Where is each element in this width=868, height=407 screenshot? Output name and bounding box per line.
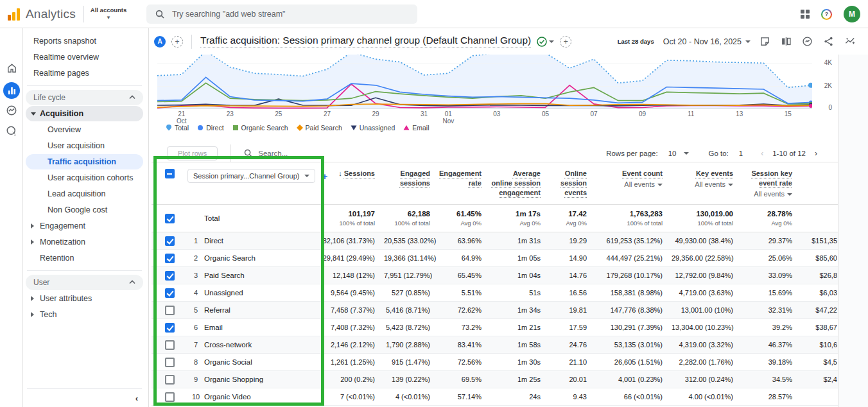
chevron-down-icon[interactable]	[684, 152, 689, 155]
row-checkbox-email[interactable]	[152, 323, 187, 333]
metric-cell: 619,253 (35.12%)	[596, 237, 672, 245]
sidebar-item-engagement[interactable]: Engagement	[26, 218, 143, 234]
column-subheader[interactable]: All events	[742, 189, 792, 199]
sidebar-item-life-cycle[interactable]: Life cycle	[26, 90, 143, 105]
caret-collapsed-icon[interactable]	[31, 239, 34, 245]
column-header-key-events[interactable]: Key eventsAll events	[672, 169, 742, 189]
row-checkbox-referral[interactable]	[152, 306, 187, 315]
table-row-organic-social[interactable]: 8Organic Social1,261 (1.25%)915 (1.47%)7…	[152, 354, 838, 371]
chevron-up-icon[interactable]	[129, 95, 135, 100]
row-checkbox-organic-search[interactable]	[152, 254, 187, 263]
explore-icon[interactable]	[0, 125, 23, 137]
add-comparison-icon[interactable]: +	[171, 36, 183, 48]
row-checkbox-cross-network[interactable]	[152, 340, 187, 350]
next-page-icon[interactable]: ›	[811, 149, 821, 158]
metric-cell: 12,148 (12%)	[322, 272, 384, 279]
legend-item-paid-search[interactable]: Paid Search	[297, 124, 342, 132]
note-icon[interactable]	[759, 36, 770, 47]
sidebar-item-traffic-acquisition[interactable]: Traffic acquisition	[26, 154, 143, 169]
table-search-input[interactable]: Search...	[244, 149, 288, 157]
row-checkbox-organic-shopping[interactable]	[152, 375, 187, 385]
sidebar-item-tech[interactable]: Tech	[26, 307, 143, 322]
chevron-up-icon[interactable]	[129, 280, 135, 284]
sidebar-item-label: Tech	[40, 310, 56, 319]
home-icon[interactable]	[0, 63, 23, 74]
column-header-sessions[interactable]: ↓ Sessions	[322, 169, 384, 178]
column-header-average-online-session-engagement[interactable]: Average online session engagement	[490, 169, 550, 198]
column-header-engaged-sessions[interactable]: Engaged sessions	[384, 169, 439, 188]
sidebar-item-acquisition[interactable]: Acquisition	[26, 106, 143, 121]
property-avatar[interactable]: A	[154, 36, 166, 48]
sidebar-item-retention[interactable]: Retention	[26, 250, 143, 266]
dimension-dropdown[interactable]: Session primary...Channel Group)	[187, 169, 315, 183]
help-icon[interactable]: ?	[821, 9, 832, 20]
sidebar-item-user[interactable]: User	[26, 275, 143, 290]
sidebar-item-monetization[interactable]: Monetization	[26, 234, 143, 250]
column-subheader[interactable]: All events	[596, 180, 663, 189]
sidebar-item-user-acquisition[interactable]: User acquisition	[26, 138, 143, 153]
add-report-icon[interactable]: +	[560, 36, 571, 48]
rows-per-page-value[interactable]: 10	[668, 150, 677, 157]
table-row-organic-shopping[interactable]: 9Organic Shopping200 (0.2%)139 (0.22%)69…	[152, 371, 838, 388]
previous-page-icon[interactable]: ‹	[757, 149, 767, 158]
caret-expanded-icon[interactable]	[31, 112, 36, 116]
legend-item-total[interactable]: Total	[166, 124, 189, 132]
legend-item-direct[interactable]: Direct	[197, 124, 223, 132]
sidebar-item-user-acquisition-cohorts[interactable]: User acquisition cohorts	[26, 170, 143, 186]
legend-item-unassigned[interactable]: Unassigned	[351, 124, 395, 132]
insights-icon[interactable]	[844, 36, 856, 47]
report-title[interactable]: Traffic acquisition: Session primary cha…	[200, 35, 531, 48]
column-header-online-session-events[interactable]: Online session events	[550, 169, 596, 198]
total-row-label: Total	[204, 214, 322, 222]
table-row-organic-search[interactable]: 2Organic Search29,841 (29.49%)19,366 (31…	[152, 250, 838, 267]
caret-collapsed-icon[interactable]	[31, 312, 34, 317]
column-header-session-key-event-rate[interactable]: Session key event rateAll events	[742, 169, 801, 199]
plot-rows-button[interactable]: Plot rows	[167, 146, 218, 160]
sidebar-item-user-attributes[interactable]: User attributes	[26, 291, 143, 306]
report-status-dropdown[interactable]	[537, 37, 554, 47]
advertising-icon[interactable]	[0, 105, 23, 116]
share-icon[interactable]	[823, 36, 834, 47]
sidebar-item-reports-snapshot[interactable]: Reports snapshot	[26, 33, 143, 49]
reports-icon-active[interactable]	[0, 82, 23, 99]
user-avatar[interactable]: M	[844, 6, 860, 22]
table-row-email[interactable]: 6Email7,408 (7.32%)5,423 (8.72%)73.2%1m …	[152, 319, 838, 336]
legend-item-organic-search[interactable]: Organic Search	[232, 124, 288, 132]
column-subheader[interactable]: All events	[672, 180, 733, 189]
row-checkbox-direct[interactable]	[152, 236, 187, 246]
apps-grid-icon[interactable]	[801, 10, 810, 19]
date-range-picker[interactable]: Oct 20 - Nov 16, 2025	[663, 37, 751, 46]
table-header-row: Session primary...Channel Group)+↓ Sessi…	[152, 162, 838, 205]
table-row-paid-search[interactable]: 3Paid Search12,148 (12%)7,951 (12.79%)65…	[152, 267, 838, 284]
row-checkbox-unassigned[interactable]	[152, 288, 187, 298]
comparisons-icon[interactable]	[781, 36, 792, 47]
column-header-event-count[interactable]: Event countAll events	[596, 169, 672, 189]
clock-icon[interactable]	[802, 36, 813, 47]
select-all-checkbox[interactable]	[152, 169, 187, 178]
sidebar-item-lead-acquisition[interactable]: Lead acquisition	[26, 186, 143, 202]
row-checkbox-organic-video[interactable]	[152, 392, 187, 402]
table-row-cross-network[interactable]: 7Cross-network2,146 (2.12%)1,790 (2.88%)…	[152, 336, 838, 354]
caret-collapsed-icon[interactable]	[31, 296, 34, 301]
row-checkbox-organic-social[interactable]	[152, 358, 187, 367]
account-switcher[interactable]: All accounts ▼	[91, 7, 127, 21]
legend-item-email[interactable]: Email	[403, 124, 429, 132]
metric-cell: 9.43	[550, 393, 596, 401]
sidebar-item-realtime-overview[interactable]: Realtime overview	[26, 49, 143, 65]
table-row-organic-video[interactable]: 10Organic Video7 (<0.01%)4 (<0.01%)57.14…	[152, 388, 838, 406]
goto-value[interactable]: 1	[739, 150, 743, 157]
sidebar-item-realtime-pages[interactable]: Realtime pages	[26, 65, 143, 81]
checkbox-checked-icon	[165, 214, 175, 223]
global-search-input[interactable]: Try searching "add web stream"	[146, 4, 417, 24]
total-row-checkbox[interactable]	[152, 214, 187, 223]
table-row-unassigned[interactable]: 4Unassigned9,564 (9.45%)527 (0.85%)5.51%…	[152, 284, 838, 302]
sidebar-item-overview[interactable]: Overview	[26, 122, 143, 137]
caret-collapsed-icon[interactable]	[31, 223, 34, 229]
table-row-direct[interactable]: 1Direct32,106 (31.73%)20,535 (33.02%)63.…	[152, 232, 838, 250]
collapse-sidebar-icon[interactable]: ‹	[135, 394, 138, 403]
column-header-engagement-rate[interactable]: Engagement rate	[439, 169, 490, 188]
chart-plot-area[interactable]	[157, 55, 812, 109]
sidebar-item-non-google-cost[interactable]: Non Google cost	[26, 202, 143, 218]
table-row-referral[interactable]: 5Referral7,458 (7.37%)5,416 (8.71%)72.62…	[152, 302, 838, 319]
row-checkbox-paid-search[interactable]	[152, 271, 187, 281]
